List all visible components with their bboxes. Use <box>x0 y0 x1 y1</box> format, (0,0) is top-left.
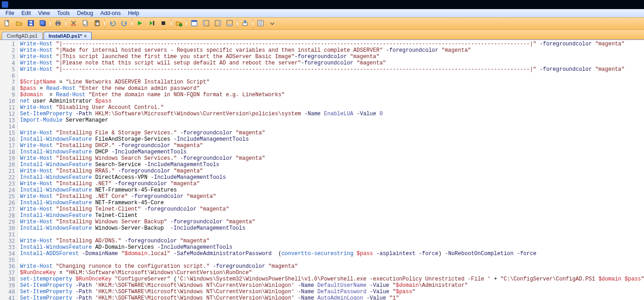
show-panel-button[interactable] <box>189 19 200 29</box>
code-line[interactable]: $domain = Read-Host "Enter the domain na… <box>20 92 644 98</box>
line-number: 17 <box>2 143 15 149</box>
code-line[interactable]: $RunOnceKey = "HKLM:\Software\Microsoft\… <box>20 270 644 276</box>
cut-button[interactable] <box>68 19 79 29</box>
toolbar-separator <box>186 19 187 28</box>
line-number: 34 <box>2 251 15 257</box>
line-number: 35 <box>2 257 15 263</box>
svg-rect-15 <box>96 22 99 25</box>
options-button[interactable] <box>255 19 266 29</box>
code-line[interactable]: Write-Host "|Made for internal hosted se… <box>20 47 644 54</box>
menu-edit[interactable]: Edit <box>18 10 34 17</box>
code-line[interactable]: Install-WindowsFeature DHCP -IncludeMana… <box>20 149 644 155</box>
line-number: 36 <box>2 263 15 270</box>
run-selection-button[interactable] <box>146 19 157 29</box>
line-number: 18 <box>2 149 15 155</box>
svg-rect-16 <box>153 21 154 25</box>
paste-button[interactable] <box>92 19 103 29</box>
toolbar-separator <box>50 19 51 28</box>
show-panel-icon <box>191 20 198 28</box>
code-line[interactable]: Write-Host "|---------------------------… <box>20 41 644 47</box>
code-line[interactable]: Install-WindowsFeature AD-Domain-Service… <box>20 244 644 251</box>
redo-button[interactable] <box>119 19 130 29</box>
undo-button[interactable] <box>107 19 118 29</box>
code-line[interactable]: Install-WindowsFeature Telnet-Client <box>20 212 644 219</box>
code-line[interactable] <box>20 257 644 263</box>
save-all-button[interactable] <box>37 19 48 29</box>
code-line[interactable]: Set-ItemProperty -Path HKLM:\Software\Mi… <box>20 111 644 117</box>
code-line[interactable]: Write-Host "Installing File & Storage Se… <box>20 130 644 136</box>
code-line[interactable]: Write-Host "|Please note that this scrip… <box>20 60 644 66</box>
code-line[interactable]: set-itemproperty $RunOnceKey "ConfigureS… <box>20 276 644 282</box>
line-number: 11 <box>2 104 15 111</box>
run-button[interactable] <box>134 19 145 29</box>
cut-icon <box>70 20 77 28</box>
menu-view[interactable]: View <box>34 10 54 17</box>
line-number: 25 <box>2 193 15 200</box>
line-number: 37 <box>2 270 15 276</box>
code-line[interactable]: Write-Host "Changing runonce to the conf… <box>20 263 644 270</box>
code-line[interactable]: $pass = Read-Host "Enter the new domain … <box>20 85 644 92</box>
code-line[interactable]: Install-WindowsFeature Windows-Server-Ba… <box>20 225 644 231</box>
code-line[interactable]: Write-Host "|---------------------------… <box>20 66 644 73</box>
code-line[interactable]: Write-Host "Installing AD/DNS." -foregro… <box>20 238 644 244</box>
overflow-button[interactable] <box>267 19 278 29</box>
code-line[interactable]: Set-ItemProperty -Path 'HKLM:\SOFTWARE\M… <box>20 295 644 300</box>
export-button[interactable] <box>240 19 251 29</box>
menu-tools[interactable]: Tools <box>54 10 74 17</box>
print-button[interactable] <box>53 19 64 29</box>
code-line[interactable]: Install-WindowsFeature NET-Framework-45-… <box>20 200 644 206</box>
line-number: 31 <box>2 231 15 238</box>
open-folder-button[interactable] <box>173 19 184 29</box>
open-file-button[interactable] <box>14 19 25 29</box>
code-line[interactable]: Install-WindowsFeature FileAndStorage-Se… <box>20 136 644 143</box>
tab-1[interactable]: InstallAD.ps1*× <box>44 32 92 39</box>
code-area[interactable]: Write-Host "|---------------------------… <box>18 40 644 300</box>
menu-help[interactable]: Help <box>124 10 143 17</box>
save-button[interactable] <box>25 19 36 29</box>
svg-point-9 <box>71 24 73 26</box>
line-number: 22 <box>2 174 15 181</box>
code-line[interactable]: Write-Host "Installing .NET" -foreground… <box>20 181 644 187</box>
code-line[interactable]: Write-Host "Installing Windows Search Se… <box>20 155 644 162</box>
svg-rect-8 <box>57 24 59 25</box>
stop-button[interactable] <box>158 19 169 29</box>
copy-button[interactable] <box>80 19 91 29</box>
menu-debug[interactable]: Debug <box>74 10 97 17</box>
close-icon[interactable]: × <box>84 33 87 39</box>
line-number: 29 <box>2 219 15 225</box>
toggle-1-button[interactable] <box>201 19 211 29</box>
code-line[interactable]: Write-Host "Installing RRAS." -foregroun… <box>20 168 644 174</box>
code-line[interactable]: Write-Host "Installing .NET Core" -foreg… <box>20 193 644 200</box>
code-line[interactable]: Import-Module ServerManager <box>20 117 644 123</box>
code-line[interactable]: Write-Host "Disabling User Account Contr… <box>20 104 644 111</box>
line-number: 7 <box>2 79 15 85</box>
new-file-button[interactable] <box>2 19 13 29</box>
code-line[interactable]: Write-Host "Installing Telnet-Client" -f… <box>20 206 644 212</box>
toggle-3-button[interactable] <box>224 19 235 29</box>
code-line[interactable]: Write-Host "|This script launched the fi… <box>20 54 644 60</box>
code-line[interactable]: net user Administrator $pass <box>20 98 644 104</box>
code-line[interactable]: Set-ItemProperty -Path 'HKLM:\SOFTWARE\M… <box>20 289 644 295</box>
code-line[interactable] <box>20 123 644 130</box>
code-line[interactable]: Install-WindowsFeature NET-Framework-45-… <box>20 187 644 193</box>
code-line[interactable]: Install-WindowsFeature Search-Service -I… <box>20 162 644 168</box>
code-line[interactable]: $ScriptName = "Line Networks ADSERVER In… <box>20 79 644 85</box>
svg-point-10 <box>74 24 76 26</box>
code-line[interactable] <box>20 73 644 79</box>
code-line[interactable]: Install-WindowsFeature DirectAccess-VPN … <box>20 174 644 181</box>
code-line[interactable]: Write-Host "Installing Windows Server Ba… <box>20 219 644 225</box>
menu-addons[interactable]: Add-ons <box>97 10 124 17</box>
tab-0[interactable]: ConfigAD.ps1 <box>2 32 43 39</box>
code-line[interactable]: Install-ADDSForest -DomainName "$domain.… <box>20 251 644 257</box>
paste-icon <box>93 20 101 28</box>
editor[interactable]: 1234567891011121314151617181920212223242… <box>0 40 644 300</box>
code-line[interactable] <box>20 231 644 238</box>
code-line[interactable]: Set-ItemProperty -Path 'HKLM:\SOFTWARE\M… <box>20 282 644 289</box>
code-line[interactable]: Write-Host "Installing DHCP." -foregroun… <box>20 143 644 149</box>
copy-icon <box>82 20 89 28</box>
toggle-2-button[interactable] <box>212 19 223 29</box>
menu-bar: FileEditViewToolsDebugAdd-onsHelp <box>0 9 644 17</box>
line-number: 21 <box>2 168 15 174</box>
menu-file[interactable]: File <box>2 10 18 17</box>
line-number: 3 <box>2 54 15 60</box>
